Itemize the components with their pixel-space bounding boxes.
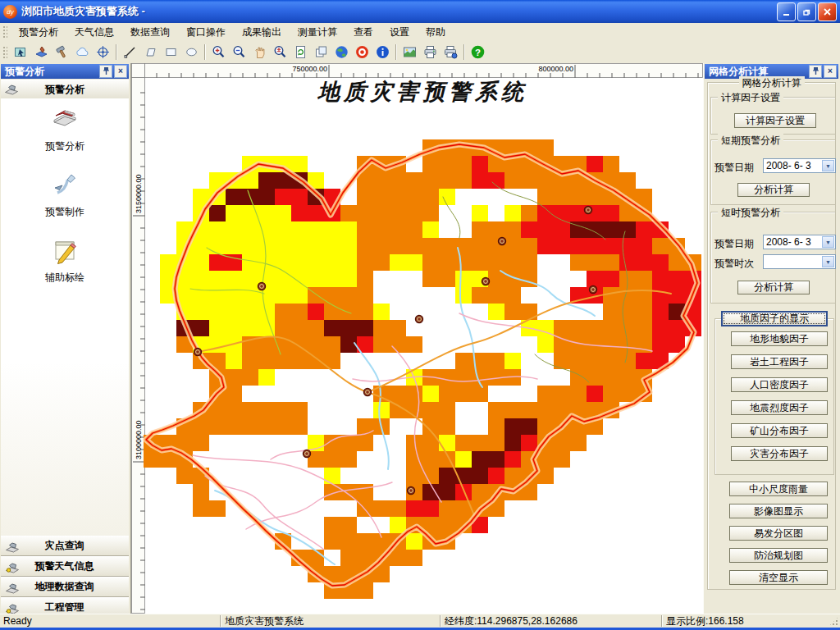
app-logo-icon: dy bbox=[3, 5, 17, 19]
center-target-tool-icon[interactable] bbox=[93, 43, 113, 62]
menu-item[interactable]: 测量计算 bbox=[290, 23, 345, 41]
line-tool-icon[interactable] bbox=[120, 43, 140, 62]
status-bar: Ready地质灾害预警系统经纬度:114.296875,28.162686显示比… bbox=[0, 614, 840, 628]
factor-button-地形地貌因子[interactable]: 地形地貌因子 bbox=[731, 331, 828, 346]
warning-date-combobox[interactable]: 2008- 6- 3 ▼ bbox=[763, 158, 836, 173]
stop-load-icon[interactable] bbox=[352, 43, 372, 62]
sidebar-bar-灾点查询[interactable]: 灾点查询 bbox=[1, 536, 129, 556]
close-panel-icon[interactable]: × bbox=[824, 65, 837, 78]
menu-item[interactable]: 设置 bbox=[381, 23, 418, 41]
pan-hand-icon[interactable] bbox=[249, 43, 270, 62]
copy-view-icon[interactable] bbox=[311, 43, 331, 62]
warning-date-combobox-2[interactable]: 2008- 6- 3 ▼ bbox=[763, 235, 836, 249]
minimize-button[interactable] bbox=[777, 2, 796, 21]
warning-date-label: 预警日期 bbox=[714, 237, 754, 251]
chevron-down-icon[interactable]: ▼ bbox=[822, 160, 834, 171]
sidebar-item-辅助标绘[interactable]: 辅助标绘 bbox=[1, 236, 129, 285]
globe-view-icon[interactable] bbox=[331, 43, 352, 62]
factor-button-人口密度因子[interactable]: 人口密度因子 bbox=[731, 377, 828, 392]
status-divider bbox=[220, 615, 221, 627]
warning-time-label: 预警时次 bbox=[714, 257, 754, 271]
group-title: 短时预警分析 bbox=[718, 206, 783, 220]
help-icon[interactable]: ? bbox=[468, 43, 488, 62]
sidebar-item-预警制作[interactable]: 预警制作 bbox=[1, 171, 129, 219]
map-document[interactable]: 750000.00800000.003150000.003100000.00地质… bbox=[131, 63, 703, 614]
status-text: 经纬度:114.296875,28.162686 bbox=[445, 615, 578, 628]
map-canvas[interactable]: 750000.00800000.003150000.003100000.00地质… bbox=[131, 63, 703, 614]
factor-setting-button[interactable]: 计算因子设置 bbox=[734, 113, 816, 128]
factor-button-灾害分布因子[interactable]: 灾害分布因子 bbox=[731, 446, 828, 461]
menu-item[interactable]: 数据查询 bbox=[122, 23, 178, 41]
menu-item[interactable]: 成果输出 bbox=[234, 23, 290, 41]
menu-grip[interactable] bbox=[2, 25, 7, 39]
left-panel-bottom-bars: 灾点查询预警天气信息地理数据查询工程管理 bbox=[1, 536, 129, 614]
status-divider bbox=[661, 615, 663, 627]
factor-button-岩土工程因子[interactable]: 岩土工程因子 bbox=[731, 354, 828, 369]
title-bar[interactable]: dy 浏阳市地质灾害预警系统 - bbox=[0, 0, 840, 23]
chevron-down-icon[interactable]: ▼ bbox=[822, 256, 834, 267]
ellipse-tool-icon[interactable] bbox=[181, 43, 202, 62]
toolbar-separator bbox=[463, 44, 465, 60]
layer-paint-tool-icon[interactable] bbox=[31, 43, 52, 62]
chevron-down-icon[interactable]: ▼ bbox=[822, 236, 834, 248]
zoom-extent-icon[interactable] bbox=[270, 43, 290, 62]
display-button-防治规划图[interactable]: 防治规划图 bbox=[729, 548, 828, 563]
sidebar-item-label: 预警分析 bbox=[45, 139, 84, 153]
h-ruler-label: 750000.00 bbox=[292, 65, 327, 73]
zoom-in-icon[interactable] bbox=[208, 43, 229, 62]
window-title: 浏阳市地质灾害预警系统 - bbox=[21, 4, 777, 19]
status-text: 显示比例:166.158 bbox=[666, 615, 744, 628]
identify-info-icon[interactable] bbox=[372, 43, 393, 62]
group-title: 计算因子设置 bbox=[718, 91, 783, 105]
map-title: 地质灾害预警系统 bbox=[317, 79, 527, 104]
geology-factor-display-button[interactable]: 地质因子的显示 bbox=[721, 311, 828, 326]
short-time-analyze-button[interactable]: 分析计算 bbox=[737, 281, 810, 294]
menu-item[interactable]: 窗口操作 bbox=[178, 23, 234, 41]
pin-icon[interactable] bbox=[99, 65, 112, 78]
section-header[interactable]: 预警分析 bbox=[1, 80, 129, 100]
sidebar-item-预警分析[interactable]: 预警分析 bbox=[1, 105, 129, 153]
refresh-view-icon[interactable] bbox=[290, 43, 311, 62]
display-button-中小尺度雨量[interactable]: 中小尺度雨量 bbox=[729, 482, 828, 496]
stamp-icon bbox=[5, 540, 20, 553]
map-export-icon[interactable] bbox=[399, 43, 420, 62]
status-text: Ready bbox=[3, 615, 32, 628]
pin-icon[interactable] bbox=[809, 65, 822, 78]
display-button-易发分区图[interactable]: 易发分区图 bbox=[729, 526, 828, 541]
print-setup-icon[interactable] bbox=[441, 43, 461, 62]
cloud-tool-icon[interactable] bbox=[72, 43, 93, 62]
status-divider bbox=[440, 615, 441, 627]
stamp-yellow-icon bbox=[5, 560, 20, 573]
display-button-清空显示[interactable]: 清空显示 bbox=[729, 570, 828, 585]
warning-time-combobox[interactable]: ▼ bbox=[763, 254, 836, 269]
sidebar-bar-地理数据查询[interactable]: 地理数据查询 bbox=[1, 577, 129, 597]
factor-button-矿山分布因子[interactable]: 矿山分布因子 bbox=[731, 423, 828, 438]
left-panel-header: 预警分析 × bbox=[1, 64, 129, 79]
menu-item[interactable]: 预警分析 bbox=[11, 23, 66, 41]
close-panel-icon[interactable]: × bbox=[114, 65, 127, 78]
hammer-tool-icon[interactable] bbox=[52, 43, 72, 62]
menu-item[interactable]: 天气信息 bbox=[66, 23, 122, 41]
restore-button[interactable] bbox=[797, 2, 816, 21]
factor-button-地震烈度因子[interactable]: 地震烈度因子 bbox=[731, 400, 828, 415]
stamp-yellow-icon bbox=[5, 601, 20, 614]
svg-text:?: ? bbox=[475, 48, 481, 57]
sidebar-item-label: 预警制作 bbox=[45, 205, 84, 219]
display-button-影像图显示[interactable]: 影像图显示 bbox=[729, 504, 828, 518]
rectangle-tool-icon[interactable] bbox=[161, 43, 181, 62]
v-ruler-label: 3150000.00 bbox=[135, 174, 143, 213]
toolbar: ? bbox=[0, 41, 840, 64]
menu-item[interactable]: 查看 bbox=[345, 23, 381, 41]
polygon-tool-icon[interactable] bbox=[140, 43, 161, 62]
map-select-tool-icon[interactable] bbox=[11, 43, 31, 62]
print-icon[interactable] bbox=[420, 43, 441, 62]
sidebar-item-label: 辅助标绘 bbox=[45, 271, 84, 285]
close-button[interactable] bbox=[818, 2, 837, 21]
left-panel: 预警分析 × 预警分析 预警分析预警制作辅助标绘 灾点查询预警天气信息地理数据查… bbox=[0, 63, 131, 614]
zoom-out-icon[interactable] bbox=[229, 43, 249, 62]
toolbar-grip[interactable] bbox=[2, 46, 7, 59]
sidebar-bar-预警天气信息[interactable]: 预警天气信息 bbox=[1, 556, 129, 577]
menu-item[interactable]: 帮助 bbox=[418, 23, 454, 41]
short-term-analyze-button[interactable]: 分析计算 bbox=[737, 183, 810, 197]
resize-grip[interactable] bbox=[829, 616, 839, 627]
